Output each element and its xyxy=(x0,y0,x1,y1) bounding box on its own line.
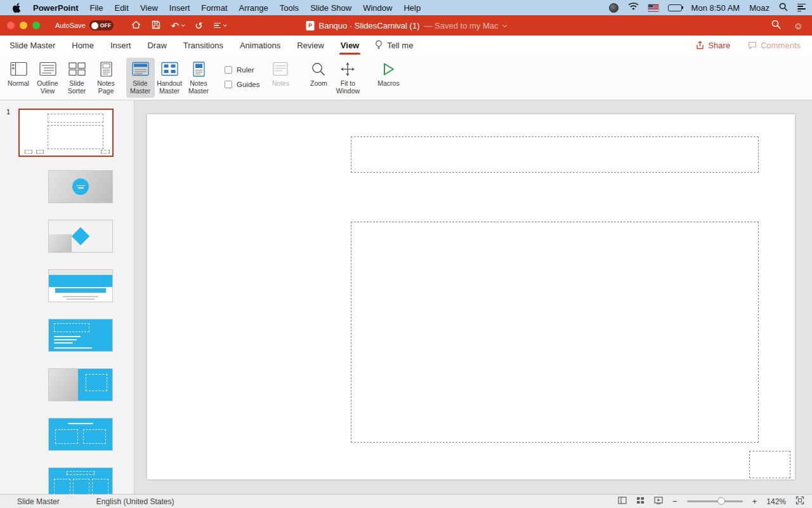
slide-number-placeholder[interactable] xyxy=(749,451,790,478)
menu-app-name[interactable]: PowerPoint xyxy=(27,3,84,13)
fit-to-window-icon xyxy=(339,60,356,78)
guides-checkbox[interactable]: Guides xyxy=(225,81,259,88)
normal-view-icon xyxy=(10,60,27,78)
home-icon[interactable] xyxy=(131,20,141,31)
status-bar: Slide Master English (United States) − +… xyxy=(0,494,812,508)
menu-bar-status-area: Mon 8:50 AM Moaz xyxy=(609,3,806,13)
wifi-icon[interactable] xyxy=(628,3,639,13)
button-label: Macros xyxy=(377,79,399,87)
zoom-button[interactable]: Zoom xyxy=(304,58,333,90)
handout-master-button[interactable]: Handout Master xyxy=(155,58,184,98)
zoom-slider-knob[interactable] xyxy=(717,497,725,505)
minimize-window-button[interactable] xyxy=(20,22,27,29)
macros-button[interactable]: Macros xyxy=(374,58,403,90)
ruler-label: Ruler xyxy=(237,66,254,74)
notes-icon xyxy=(273,60,288,78)
menu-user[interactable]: Moaz xyxy=(749,3,769,13)
tab-review[interactable]: Review xyxy=(297,36,324,55)
layout-thumbnail-three-content[interactable] xyxy=(48,467,113,494)
thumb-footer-placeholder xyxy=(36,150,44,154)
save-icon[interactable] xyxy=(152,20,160,31)
zoom-percentage[interactable]: 142% xyxy=(766,497,786,506)
slide-sorter-icon xyxy=(69,60,86,78)
layout-thumbnail-photo-left[interactable] xyxy=(48,368,113,401)
button-label: Slide Sorter xyxy=(63,79,91,95)
input-language-flag-icon[interactable] xyxy=(648,4,658,11)
title-menu-chevron-icon[interactable] xyxy=(502,23,507,27)
notes-master-button[interactable]: Notes Master xyxy=(185,58,213,98)
menu-clock[interactable]: Mon 8:50 AM xyxy=(691,3,740,13)
apple-menu-icon[interactable] xyxy=(6,3,27,13)
zoom-slider[interactable] xyxy=(687,500,743,502)
menu-slide-show[interactable]: Slide Show xyxy=(304,3,357,13)
feedback-smiley-icon[interactable]: ☺ xyxy=(794,21,803,30)
menu-arrange[interactable]: Arrange xyxy=(233,3,274,13)
titlebar-right-icons: ☺ xyxy=(771,20,803,32)
slide-master-button[interactable]: Slide Master xyxy=(126,58,155,98)
menu-format[interactable]: Format xyxy=(195,3,233,13)
zoom-in-button[interactable]: + xyxy=(752,497,757,506)
button-label: Outline View xyxy=(34,79,62,95)
tab-transitions[interactable]: Transitions xyxy=(183,36,223,55)
document-icon: P xyxy=(306,21,314,30)
spotlight-search-icon[interactable] xyxy=(779,3,788,13)
normal-view-button[interactable]: Normal xyxy=(4,58,33,90)
titlebar: AutoSave OFF ↶ ↺ xyxy=(0,15,812,36)
tab-draw[interactable]: Draw xyxy=(147,36,166,55)
master-slide-thumbnail-selected[interactable] xyxy=(18,109,114,157)
redo-icon[interactable]: ↺ xyxy=(195,21,203,30)
layout-thumbnail-full-cyan[interactable] xyxy=(48,319,113,352)
collab-buttons: Share Comments xyxy=(696,41,801,50)
slide-master-editing-surface[interactable] xyxy=(147,114,795,479)
menu-window[interactable]: Window xyxy=(357,3,398,13)
menu-insert[interactable]: Insert xyxy=(164,3,196,13)
close-window-button[interactable] xyxy=(7,22,15,29)
button-label: Handout Master xyxy=(156,79,183,95)
notification-center-icon[interactable] xyxy=(797,4,806,11)
menu-edit[interactable]: Edit xyxy=(108,3,134,13)
menu-file[interactable]: File xyxy=(84,3,109,13)
notes-page-button[interactable]: Notes Page xyxy=(92,58,121,98)
cyan-circle-shape xyxy=(72,178,89,195)
main-content: 1 xyxy=(0,100,812,494)
undo-button[interactable]: ↶ xyxy=(171,21,185,30)
tab-view[interactable]: View xyxy=(341,36,359,55)
app-status-icon[interactable] xyxy=(609,3,619,13)
fit-slide-to-window-icon[interactable] xyxy=(796,496,804,507)
tab-animations[interactable]: Animations xyxy=(240,36,280,55)
zoom-out-button[interactable]: − xyxy=(672,497,678,506)
menu-view[interactable]: View xyxy=(134,3,164,13)
layout-thumbnail-banner[interactable] xyxy=(48,269,113,302)
battery-icon[interactable] xyxy=(668,4,682,11)
share-button[interactable]: Share xyxy=(696,41,730,50)
macros-play-icon xyxy=(381,60,396,78)
outline-view-button[interactable]: Outline View xyxy=(34,58,62,98)
tell-me-button[interactable]: Tell me xyxy=(375,40,413,50)
comments-button[interactable]: Comments xyxy=(748,41,801,50)
title-placeholder[interactable] xyxy=(351,137,759,173)
thumb-body-placeholder xyxy=(48,125,103,149)
layout-thumbnail-two-content[interactable] xyxy=(48,418,113,451)
slideshow-toggle-icon[interactable] xyxy=(654,497,663,506)
ribbon-tab-row: Slide Master Home Insert Draw Transition… xyxy=(0,36,812,55)
language-button[interactable]: English (United States) xyxy=(96,497,174,506)
normal-view-toggle-icon[interactable] xyxy=(618,497,627,506)
search-icon[interactable] xyxy=(771,20,781,32)
tab-home[interactable]: Home xyxy=(72,36,94,55)
menu-help[interactable]: Help xyxy=(398,3,426,13)
ruler-checkbox[interactable]: Ruler xyxy=(225,66,259,74)
fit-to-window-button[interactable]: Fit to Window xyxy=(334,58,362,98)
cyan-diamond-shape xyxy=(72,227,89,245)
tab-insert[interactable]: Insert xyxy=(110,36,131,55)
menu-tools[interactable]: Tools xyxy=(274,3,304,13)
layout-thumbnail-diamond[interactable] xyxy=(48,220,113,253)
zoom-window-button[interactable] xyxy=(32,22,40,29)
autosave-toggle[interactable]: OFF xyxy=(89,20,114,30)
slide-sorter-toggle-icon[interactable] xyxy=(636,497,645,506)
tab-slide-master[interactable]: Slide Master xyxy=(10,36,55,55)
layout-thumbnail-title[interactable] xyxy=(48,170,113,203)
body-text-placeholder[interactable] xyxy=(351,222,759,443)
slide-sorter-button[interactable]: Slide Sorter xyxy=(63,58,91,98)
checkbox-icon xyxy=(225,81,232,88)
customize-toolbar-button[interactable] xyxy=(214,23,226,29)
